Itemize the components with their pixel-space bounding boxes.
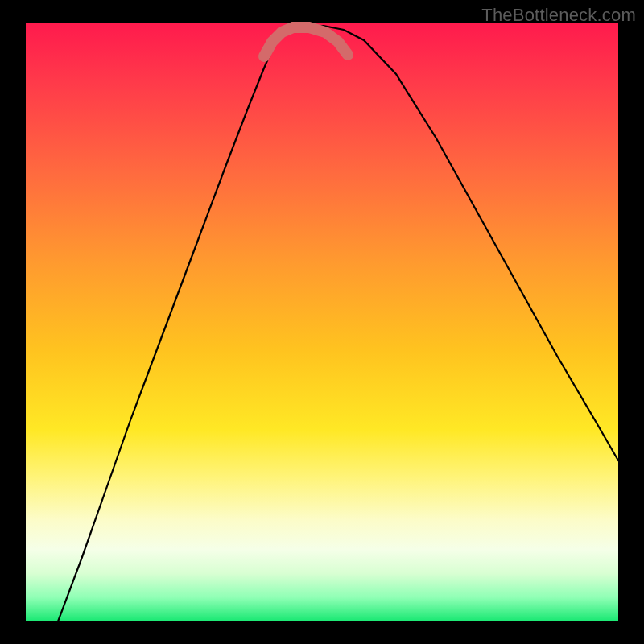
chart-frame: TheBottleneck.com [0,0,644,644]
bottleneck-curve [58,26,618,621]
chart-plot-area [26,23,618,621]
highlight-segment [264,27,348,56]
watermark-text: TheBottleneck.com [481,5,636,26]
chart-svg [26,23,618,621]
